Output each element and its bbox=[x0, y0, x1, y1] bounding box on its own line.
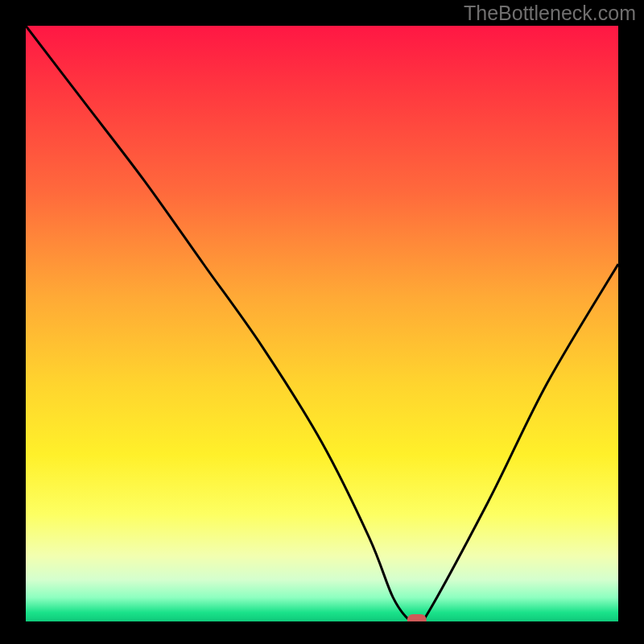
watermark-text: TheBottleneck.com bbox=[464, 2, 636, 25]
optimum-marker bbox=[407, 614, 427, 621]
chart-frame: TheBottleneck.com bbox=[0, 0, 644, 644]
plot-area bbox=[26, 26, 618, 621]
bottleneck-chart bbox=[26, 26, 618, 621]
gradient-background bbox=[26, 26, 618, 621]
